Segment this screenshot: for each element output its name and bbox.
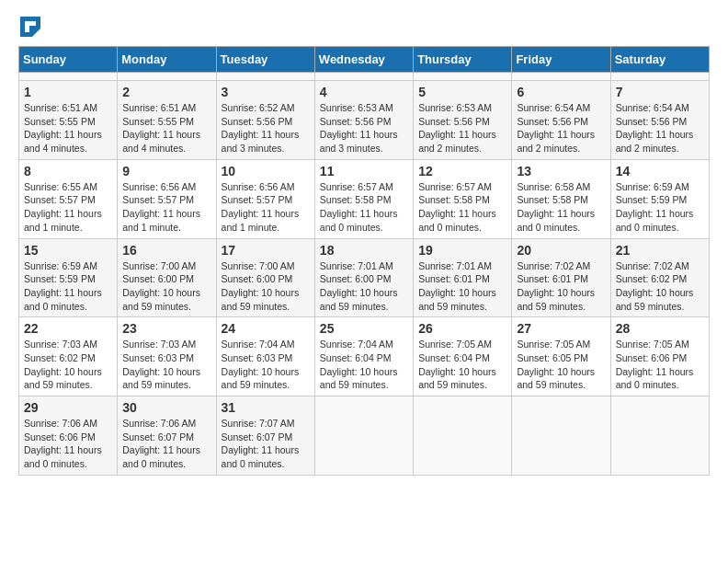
day-info: Sunrise: 7:01 AMSunset: 6:00 PMDaylight:… (320, 259, 408, 314)
day-number: 3 (222, 85, 310, 99)
table-row: 27Sunrise: 7:05 AMSunset: 6:05 PMDayligh… (512, 317, 610, 396)
day-number: 6 (517, 85, 605, 99)
day-number: 24 (222, 321, 310, 336)
col-sunday: Sunday (19, 47, 118, 73)
table-row (118, 73, 216, 81)
day-info: Sunrise: 7:06 AMSunset: 6:06 PMDaylight:… (24, 417, 112, 471)
col-tuesday: Tuesday (216, 47, 314, 73)
table-row: 3Sunrise: 6:52 AMSunset: 5:56 PMDaylight… (216, 81, 314, 160)
day-info: Sunrise: 7:02 AMSunset: 6:02 PMDaylight:… (616, 259, 704, 314)
day-number: 7 (616, 85, 704, 99)
table-row (610, 396, 709, 476)
day-number: 20 (517, 243, 605, 258)
day-info: Sunrise: 7:06 AMSunset: 6:07 PMDaylight:… (122, 417, 210, 471)
table-row: 15Sunrise: 6:59 AMSunset: 5:59 PMDayligh… (19, 238, 118, 317)
day-number: 19 (418, 243, 506, 258)
calendar-week-row: 22Sunrise: 7:03 AMSunset: 6:02 PMDayligh… (19, 317, 710, 396)
day-info: Sunrise: 6:57 AMSunset: 5:58 PMDaylight:… (320, 180, 408, 235)
table-row: 21Sunrise: 7:02 AMSunset: 6:02 PMDayligh… (610, 238, 709, 317)
day-info: Sunrise: 7:01 AMSunset: 6:01 PMDaylight:… (418, 259, 506, 314)
day-info: Sunrise: 7:05 AMSunset: 6:06 PMDaylight:… (616, 338, 704, 392)
table-row: 20Sunrise: 7:02 AMSunset: 6:01 PMDayligh… (512, 238, 610, 317)
table-row (512, 396, 610, 476)
day-number: 16 (122, 243, 210, 258)
day-number: 26 (418, 321, 506, 336)
day-number: 29 (24, 400, 112, 415)
table-row: 6Sunrise: 6:54 AMSunset: 5:56 PMDaylight… (512, 81, 610, 160)
day-number: 13 (517, 164, 605, 178)
day-number: 4 (320, 85, 408, 99)
col-monday: Monday (118, 47, 216, 73)
day-number: 27 (517, 321, 605, 336)
table-row: 30Sunrise: 7:06 AMSunset: 6:07 PMDayligh… (118, 396, 216, 476)
day-info: Sunrise: 6:52 AMSunset: 5:56 PMDaylight:… (222, 101, 310, 155)
table-row (414, 73, 512, 81)
day-number: 22 (24, 321, 112, 336)
day-info: Sunrise: 6:54 AMSunset: 5:56 PMDaylight:… (517, 101, 605, 155)
day-number: 17 (222, 243, 310, 258)
table-row: 22Sunrise: 7:03 AMSunset: 6:02 PMDayligh… (19, 317, 118, 396)
table-row: 13Sunrise: 6:58 AMSunset: 5:58 PMDayligh… (512, 159, 610, 238)
calendar-week-row: 1Sunrise: 6:51 AMSunset: 5:55 PMDaylight… (19, 81, 710, 160)
col-saturday: Saturday (610, 47, 709, 73)
calendar-week-row: 29Sunrise: 7:06 AMSunset: 6:06 PMDayligh… (19, 396, 710, 476)
page-header (18, 18, 710, 37)
table-row: 4Sunrise: 6:53 AMSunset: 5:56 PMDaylight… (314, 81, 413, 160)
day-number: 30 (122, 400, 210, 415)
table-row: 14Sunrise: 6:59 AMSunset: 5:59 PMDayligh… (610, 159, 709, 238)
day-info: Sunrise: 7:05 AMSunset: 6:05 PMDaylight:… (517, 338, 605, 392)
day-info: Sunrise: 6:54 AMSunset: 5:56 PMDaylight:… (616, 101, 704, 155)
table-row: 31Sunrise: 7:07 AMSunset: 6:07 PMDayligh… (216, 396, 314, 476)
table-row (314, 396, 413, 476)
table-row: 25Sunrise: 7:04 AMSunset: 6:04 PMDayligh… (314, 317, 413, 396)
table-row (512, 73, 610, 81)
table-row: 24Sunrise: 7:04 AMSunset: 6:03 PMDayligh… (216, 317, 314, 396)
day-info: Sunrise: 6:56 AMSunset: 5:57 PMDaylight:… (122, 180, 210, 235)
day-info: Sunrise: 6:59 AMSunset: 5:59 PMDaylight:… (616, 180, 704, 235)
logo (18, 18, 40, 37)
day-number: 12 (418, 164, 506, 178)
table-row: 2Sunrise: 6:51 AMSunset: 5:55 PMDaylight… (118, 81, 216, 160)
col-friday: Friday (512, 47, 610, 73)
day-number: 31 (222, 400, 310, 415)
table-row: 11Sunrise: 6:57 AMSunset: 5:58 PMDayligh… (314, 159, 413, 238)
day-number: 11 (320, 164, 408, 178)
day-info: Sunrise: 7:05 AMSunset: 6:04 PMDaylight:… (418, 338, 506, 392)
day-info: Sunrise: 6:53 AMSunset: 5:56 PMDaylight:… (418, 101, 506, 155)
day-number: 5 (418, 85, 506, 99)
day-number: 18 (320, 243, 408, 258)
day-number: 10 (222, 164, 310, 178)
day-number: 21 (616, 243, 704, 258)
day-number: 8 (24, 164, 112, 178)
table-row: 1Sunrise: 6:51 AMSunset: 5:55 PMDaylight… (19, 81, 118, 160)
table-row (314, 73, 413, 81)
table-row (19, 73, 118, 81)
day-info: Sunrise: 7:02 AMSunset: 6:01 PMDaylight:… (517, 259, 605, 314)
table-row: 12Sunrise: 6:57 AMSunset: 5:58 PMDayligh… (414, 159, 512, 238)
day-info: Sunrise: 6:59 AMSunset: 5:59 PMDaylight:… (24, 259, 112, 314)
day-number: 9 (122, 164, 210, 178)
svg-marker-0 (20, 17, 40, 37)
day-info: Sunrise: 7:04 AMSunset: 6:04 PMDaylight:… (320, 338, 408, 392)
calendar-week-row: 8Sunrise: 6:55 AMSunset: 5:57 PMDaylight… (19, 159, 710, 238)
day-info: Sunrise: 6:56 AMSunset: 5:57 PMDaylight:… (222, 180, 310, 235)
table-row: 18Sunrise: 7:01 AMSunset: 6:00 PMDayligh… (314, 238, 413, 317)
logo-icon (20, 17, 40, 37)
table-row: 10Sunrise: 6:56 AMSunset: 5:57 PMDayligh… (216, 159, 314, 238)
day-info: Sunrise: 7:00 AMSunset: 6:00 PMDaylight:… (222, 259, 310, 314)
table-row: 19Sunrise: 7:01 AMSunset: 6:01 PMDayligh… (414, 238, 512, 317)
col-thursday: Thursday (414, 47, 512, 73)
day-info: Sunrise: 7:07 AMSunset: 6:07 PMDaylight:… (222, 417, 310, 471)
day-info: Sunrise: 6:55 AMSunset: 5:57 PMDaylight:… (24, 180, 112, 235)
day-info: Sunrise: 7:04 AMSunset: 6:03 PMDaylight:… (222, 338, 310, 392)
table-row: 26Sunrise: 7:05 AMSunset: 6:04 PMDayligh… (414, 317, 512, 396)
table-row (610, 73, 709, 81)
day-info: Sunrise: 7:03 AMSunset: 6:03 PMDaylight:… (122, 338, 210, 392)
day-number: 14 (616, 164, 704, 178)
calendar-header-row: Sunday Monday Tuesday Wednesday Thursday… (19, 47, 710, 73)
table-row: 5Sunrise: 6:53 AMSunset: 5:56 PMDaylight… (414, 81, 512, 160)
col-wednesday: Wednesday (314, 47, 413, 73)
day-number: 25 (320, 321, 408, 336)
table-row: 9Sunrise: 6:56 AMSunset: 5:57 PMDaylight… (118, 159, 216, 238)
calendar-table: Sunday Monday Tuesday Wednesday Thursday… (18, 46, 710, 476)
